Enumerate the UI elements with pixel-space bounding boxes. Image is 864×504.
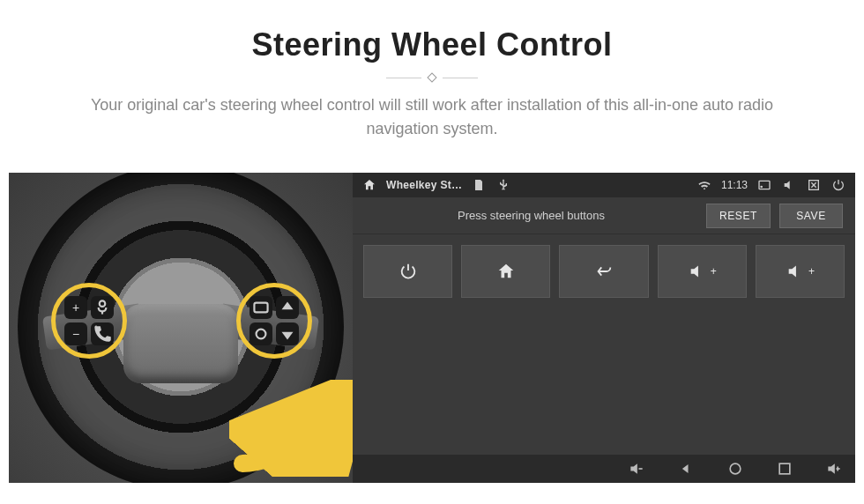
wheel-voice-button[interactable] <box>91 296 114 319</box>
wheel-down-button[interactable] <box>276 322 299 345</box>
prompt-text: Press steering wheel buttons <box>365 209 697 222</box>
volume-up-icon[interactable] <box>825 460 843 478</box>
svg-rect-7 <box>779 463 790 474</box>
divider <box>35 74 829 81</box>
reset-button[interactable]: RESET <box>706 204 771 228</box>
svg-point-6 <box>730 463 741 474</box>
save-button[interactable]: SAVE <box>779 204 843 228</box>
diamond-icon <box>427 72 436 82</box>
wifi-icon <box>696 177 712 193</box>
vol-up-tile-2[interactable]: + <box>756 245 845 298</box>
head-unit-screen: Wheelkey St… 11:13 <box>353 173 855 483</box>
window-close-icon[interactable] <box>806 177 822 193</box>
power-tile[interactable] <box>363 245 452 298</box>
cast-icon[interactable] <box>756 177 772 193</box>
svg-point-0 <box>100 300 106 307</box>
usb-icon <box>495 177 511 193</box>
stage: + − <box>9 173 855 483</box>
mapping-grid: + + <box>353 234 855 308</box>
app-title: Wheelkey St… <box>386 179 462 191</box>
vol-up-tile-1[interactable]: + <box>658 245 747 298</box>
back-arrow-icon[interactable] <box>677 460 695 478</box>
wheel-plus-button[interactable]: + <box>64 296 87 319</box>
recents-icon[interactable] <box>776 460 793 478</box>
wheel-mode-button[interactable] <box>250 296 272 319</box>
home-outline-icon[interactable] <box>726 460 744 478</box>
sd-icon <box>471 177 487 193</box>
power-icon[interactable] <box>830 177 846 193</box>
home-tile[interactable] <box>461 245 550 298</box>
wheel-up-button[interactable] <box>276 296 299 319</box>
svg-rect-1 <box>254 303 267 313</box>
clock: 11:13 <box>721 179 748 191</box>
svg-point-4 <box>761 186 762 187</box>
home-icon[interactable] <box>361 177 377 193</box>
steering-wheel-panel: + − <box>9 173 353 483</box>
tile-suffix: + <box>711 265 717 278</box>
wheel-source-button[interactable] <box>250 322 272 345</box>
wheel-button-cluster-right <box>236 283 312 359</box>
page-title: Steering Wheel Control <box>35 26 829 63</box>
wheel-button-cluster-left: + − <box>51 283 127 359</box>
back-tile[interactable] <box>559 245 648 298</box>
mute-icon[interactable] <box>781 177 797 193</box>
status-bar: Wheelkey St… 11:13 <box>353 173 855 197</box>
wheel-minus-button[interactable]: − <box>64 322 87 345</box>
android-navbar <box>353 455 855 483</box>
svg-point-2 <box>257 330 266 339</box>
wheel-hub <box>123 304 238 383</box>
svg-rect-3 <box>759 181 770 189</box>
toolbar: Press steering wheel buttons RESET SAVE <box>353 197 855 234</box>
tile-suffix: + <box>808 265 815 278</box>
pointer-arrow-icon <box>229 380 353 477</box>
volume-down-icon[interactable] <box>628 460 645 478</box>
page-subtitle: Your original car's steering wheel contr… <box>71 93 793 141</box>
wheel-phone-button[interactable] <box>91 322 114 345</box>
